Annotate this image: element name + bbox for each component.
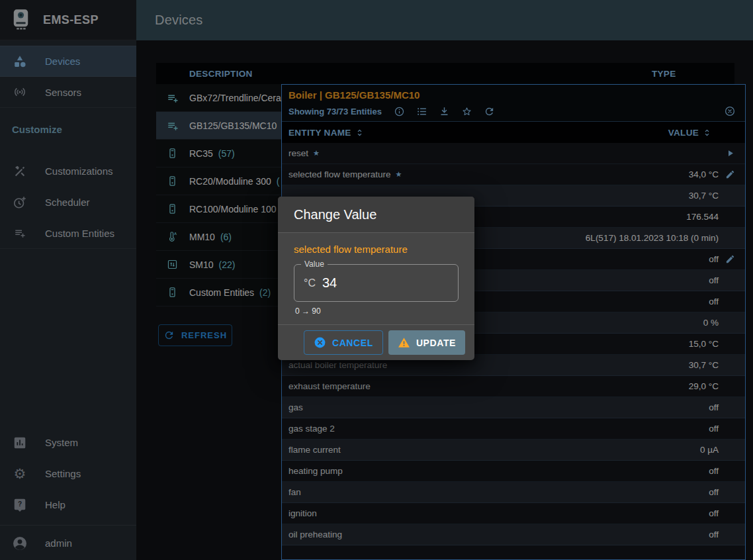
dialog-actions: CANCEL UPDATE	[278, 324, 474, 360]
value-unit: °C	[304, 277, 316, 289]
value-range-hint: 0 → 90	[294, 306, 459, 316]
change-value-dialog: Change Value selected flow temperature V…	[278, 197, 474, 360]
cancel-icon	[314, 336, 326, 349]
value-input-label: Value	[301, 259, 328, 269]
cancel-button[interactable]: CANCEL	[304, 330, 383, 355]
warning-icon	[398, 336, 410, 349]
value-input-text: 34	[322, 275, 337, 291]
value-input[interactable]: Value °C 34	[294, 264, 459, 302]
update-button[interactable]: UPDATE	[388, 330, 465, 355]
dialog-entity-name: selected flow temperature	[294, 244, 459, 255]
dialog-title: Change Value	[278, 197, 474, 233]
dialog-body: selected flow temperature Value °C 34 0 …	[278, 233, 474, 316]
